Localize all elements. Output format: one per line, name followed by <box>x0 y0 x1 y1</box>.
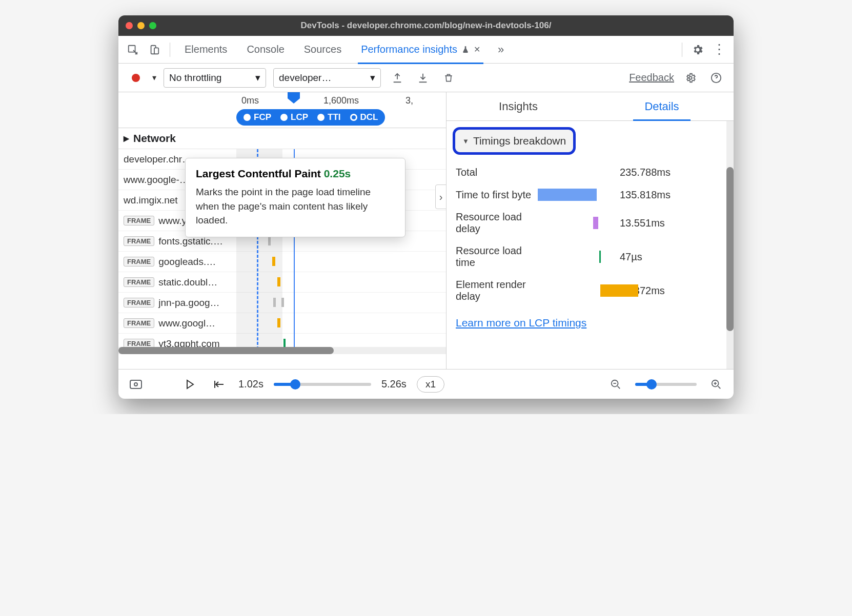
bar-load-delay <box>593 217 598 229</box>
lcp-pill[interactable]: LCP <box>277 111 311 124</box>
timing-row-load-time: Resource load time 47µs <box>447 240 734 274</box>
content-area: 0ms 1,600ms 3, FCP LCP TTI DCL ▶ Network <box>118 92 734 369</box>
zoom-in-button[interactable] <box>707 375 725 394</box>
delete-icon[interactable] <box>439 69 458 87</box>
time-scrubber[interactable] <box>288 92 300 104</box>
svg-rect-2 <box>154 48 158 54</box>
playback-speed[interactable]: x1 <box>417 376 444 393</box>
maximize-window-button[interactable] <box>149 22 156 29</box>
separator <box>170 43 170 57</box>
panel-settings-icon[interactable] <box>681 69 700 87</box>
tooltip-time: 0.25s <box>324 168 351 179</box>
timing-row-render-delay: Element render delay 86.372ms <box>447 274 734 307</box>
settings-icon[interactable] <box>688 40 707 59</box>
window-title: DevTools - developer.chrome.com/blog/new… <box>118 20 734 31</box>
rewind-button[interactable] <box>210 375 228 394</box>
help-icon[interactable] <box>707 69 725 87</box>
panel-tabbar: Elements Console Sources Performance ins… <box>118 36 734 64</box>
timings-breakdown-header[interactable]: ▼ Timings breakdown <box>453 127 576 155</box>
bar-ttfb <box>538 189 597 201</box>
zoom-slider[interactable] <box>635 383 697 386</box>
device-toggle-icon[interactable] <box>145 40 164 59</box>
play-button[interactable] <box>181 375 199 394</box>
close-window-button[interactable] <box>126 22 133 29</box>
time-slider[interactable] <box>274 383 371 386</box>
separator <box>682 43 682 57</box>
time-ruler[interactable]: 0ms 1,600ms 3, FCP LCP TTI DCL <box>118 92 446 128</box>
svg-rect-5 <box>130 380 141 388</box>
playback-footer: 1.02s 5.26s x1 <box>118 369 734 399</box>
inspect-element-icon[interactable] <box>124 40 142 59</box>
tooltip-body: Marks the point in the page load timelin… <box>196 185 395 228</box>
preview-toggle-icon[interactable] <box>127 375 145 394</box>
caret-down-icon: ▾ <box>370 72 375 84</box>
details-tabs: Insights Details <box>447 92 734 121</box>
zoom-out-button[interactable] <box>606 375 625 394</box>
time-end: 5.26s <box>381 378 407 390</box>
overflow-tabs-icon[interactable]: » <box>492 40 510 59</box>
close-tab-icon[interactable]: ✕ <box>474 45 480 54</box>
kebab-menu-icon[interactable]: ⋮ <box>710 40 728 59</box>
svg-point-3 <box>689 76 692 79</box>
tti-pill[interactable]: TTI <box>314 111 344 124</box>
tab-performance-insights[interactable]: Performance insights ✕ <box>353 36 489 64</box>
timing-row-ttfb: Time to first byte 135.818ms <box>447 183 734 206</box>
caret-down-icon: ▼ <box>462 137 469 145</box>
expand-sidebar-handle[interactable]: › <box>435 184 447 209</box>
timing-row-total: Total 235.788ms <box>447 161 734 183</box>
details-pane: Insights Details ▼ Timings breakdown Tot… <box>447 92 734 369</box>
timeline-pane: 0ms 1,600ms 3, FCP LCP TTI DCL ▶ Network <box>118 92 447 369</box>
ruler-tick: 3, <box>405 95 413 106</box>
tab-details[interactable]: Details <box>590 92 734 120</box>
caret-down-icon[interactable]: ▾ <box>152 73 156 83</box>
dcl-pill[interactable]: DCL <box>347 111 381 124</box>
ruler-tick: 1,600ms <box>323 95 359 106</box>
bar-load-time <box>599 251 601 263</box>
vertical-scrollbar[interactable] <box>726 121 734 369</box>
svg-point-6 <box>134 383 137 386</box>
tab-elements[interactable]: Elements <box>176 36 235 64</box>
export-icon[interactable] <box>388 69 407 87</box>
throttling-dropdown[interactable]: No throttling ▾ <box>164 68 266 88</box>
titlebar: DevTools - developer.chrome.com/blog/new… <box>118 15 734 36</box>
network-section-header[interactable]: ▶ Network <box>118 128 446 149</box>
tab-insights[interactable]: Insights <box>447 92 590 120</box>
lcp-tooltip: Largest Contentful Paint 0.25s Marks the… <box>185 158 405 237</box>
bar-render-delay <box>600 284 638 297</box>
import-icon[interactable] <box>414 69 432 87</box>
ruler-tick: 0ms <box>241 95 259 106</box>
record-button[interactable] <box>127 69 145 87</box>
tab-sources[interactable]: Sources <box>296 36 350 64</box>
tooltip-title: Largest Contentful Paint <box>196 168 321 179</box>
devtools-window: DevTools - developer.chrome.com/blog/new… <box>118 15 734 399</box>
recording-toolbar: ▾ No throttling ▾ developer… ▾ Feedback <box>118 64 734 92</box>
timing-row-load-delay: Resource load delay 13.551ms <box>447 206 734 240</box>
origin-dropdown[interactable]: developer… ▾ <box>273 68 381 88</box>
learn-more-link[interactable]: Learn more on LCP timings <box>456 317 724 329</box>
triangle-right-icon: ▶ <box>124 134 129 142</box>
horizontal-scrollbar[interactable] <box>118 347 446 354</box>
time-start: 1.02s <box>238 378 263 390</box>
fcp-pill[interactable]: FCP <box>240 111 274 124</box>
flask-icon <box>461 45 470 54</box>
minimize-window-button[interactable] <box>137 22 145 29</box>
caret-down-icon: ▾ <box>255 72 260 84</box>
traffic-lights <box>126 22 156 29</box>
chevron-right-icon: › <box>439 191 443 203</box>
tab-console[interactable]: Console <box>238 36 292 64</box>
feedback-link[interactable]: Feedback <box>629 72 674 84</box>
timing-pills: FCP LCP TTI DCL <box>236 109 385 126</box>
